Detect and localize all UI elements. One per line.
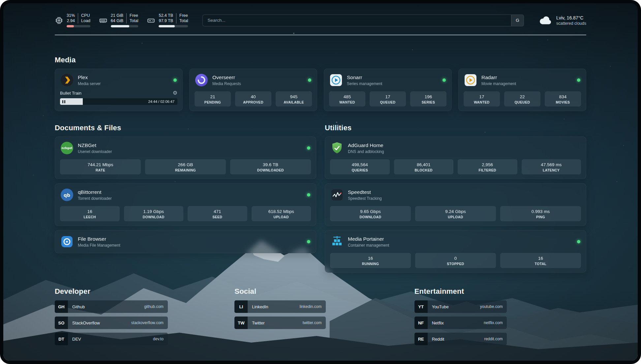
app-title: Plex	[78, 75, 169, 80]
memory-free-label: Free	[130, 13, 138, 18]
stat-label: STOPPED	[416, 262, 495, 266]
snow-speckles	[3, 3, 4, 4]
bookmark-linkedin[interactable]: LI LinkedIn linkedin.com	[234, 300, 326, 313]
stat-label: LEECH	[61, 215, 118, 219]
portainer-card[interactable]: Media Portainer Container management 16 …	[325, 230, 586, 273]
stat-value: 22	[505, 94, 539, 100]
stat-value: 945	[277, 94, 311, 100]
stat-label: BLOCKED	[395, 168, 452, 172]
weather-location: Lviv, 16.87°C	[556, 15, 586, 20]
stat-label: RATE	[61, 168, 139, 172]
stat-queries: 498,564 QUERIES	[330, 159, 390, 174]
stat-value: 266 GB	[146, 162, 225, 167]
bookmark-reddit[interactable]: RE Reddit reddit.com	[414, 333, 507, 345]
stat-total: 16 TOTAL	[500, 253, 581, 268]
app-subtitle: Torrent downloader	[78, 196, 303, 201]
bookmark-dev[interactable]: DT DEV dev.to	[55, 333, 168, 345]
stat-upload: 618.52 Mbps UPLOAD	[252, 206, 311, 221]
bookmark-domain: github.com	[144, 304, 168, 309]
section-heading-developer: Developer	[55, 287, 227, 296]
bookmark-name: LinkedIn	[248, 304, 268, 309]
playback-progress-bar[interactable]: 24:44 / 02:06:47	[60, 98, 177, 105]
speedtest-icon	[330, 188, 344, 202]
search-bar: G	[202, 15, 524, 26]
stat-approved: 40 APPROVED	[235, 91, 271, 106]
bookmark-stackoverflow[interactable]: SO StackOverflow stackoverflow.com	[55, 317, 168, 329]
stat-value: 744.21 Mbps	[61, 162, 139, 167]
stat-value: 40	[236, 94, 270, 100]
search-input[interactable]	[203, 18, 511, 23]
speedtest-card[interactable]: Speedtest Speedtest Tracking 9.65 Gbps D…	[325, 183, 586, 226]
bookmark-name: YouTube	[428, 304, 449, 309]
stat-movies: 834 MOVIES	[545, 91, 581, 106]
disk-total-label: Total	[179, 18, 188, 24]
cpu-progress-track	[67, 25, 90, 27]
stat-downloaded: 39.6 TB DOWNLOADED	[230, 159, 311, 174]
stat-label: REMAINING	[146, 168, 225, 172]
stat-label: DOWNLOADED	[231, 168, 310, 172]
nzbget-card[interactable]: nzbget NZBGet Usenet downloader 744.21 M…	[55, 136, 316, 179]
filebrowser-card[interactable]: File Browser Media File Management	[55, 230, 316, 253]
stat-label: MOVIES	[546, 100, 580, 104]
plex-card[interactable]: Plex Media server Bullet Train ⚙ 24:44 /…	[55, 69, 183, 111]
sonarr-icon	[329, 73, 343, 87]
app-title: Overseerr	[212, 75, 304, 80]
bookmark-name: Github	[68, 304, 85, 309]
stat-value: 9.65 Gbps	[331, 209, 410, 214]
cpu-load-label: Load	[81, 18, 90, 24]
section-media: Media Plex Media server	[55, 56, 586, 111]
app-title: Media Portainer	[348, 236, 573, 242]
stat-label: SERIES	[412, 100, 445, 104]
stat-value: 485	[330, 94, 364, 100]
cpu-load-value: 2.94	[67, 18, 75, 24]
memory-progress-fill	[111, 25, 129, 27]
qbittorrent-card[interactable]: qb qBittorrent Torrent downloader 16	[55, 183, 316, 226]
stat-value: 618.52 Mbps	[253, 209, 310, 214]
app-subtitle: Series management	[347, 81, 439, 86]
overseerr-card[interactable]: Overseerr Media Requests 21 PENDING 40 A…	[189, 69, 317, 111]
radarr-card[interactable]: Radarr Movie management 17 WANTED 22 QUE…	[458, 69, 586, 111]
stat-label: QUEUED	[505, 100, 539, 104]
bookmark-github[interactable]: GH Github github.com	[55, 300, 168, 313]
memory-total-label: Total	[130, 18, 138, 24]
bookmark-youtube[interactable]: YT YouTube youtube.com	[414, 300, 507, 313]
settings-gear-icon[interactable]: ⚙	[173, 90, 177, 96]
stat-label: RUNNING	[331, 262, 410, 266]
bookmark-name: Twitter	[248, 320, 264, 325]
bookmark-abbr: NF	[414, 317, 428, 329]
stat-running: 16 RUNNING	[330, 253, 411, 268]
bookmark-abbr: RE	[414, 333, 428, 345]
adguard-card[interactable]: AdGuard Home DNS and adblocking 498,564 …	[325, 136, 586, 179]
stat-value: 0.993 ms	[502, 209, 580, 214]
cpu-icon	[55, 16, 63, 25]
bookmark-abbr: SO	[55, 317, 68, 329]
stat-label: WANTED	[465, 100, 499, 104]
now-playing-title: Bullet Train	[60, 91, 173, 96]
weather-widget: Lviv, 16.87°C scattered clouds	[538, 15, 586, 26]
search-provider-button[interactable]: G	[511, 15, 524, 26]
bookmark-netflix[interactable]: NF Netflix netflix.com	[414, 317, 507, 329]
stat-value: 17	[371, 94, 405, 100]
topbar-divider	[55, 35, 586, 35]
stat-value: 86,401	[395, 162, 452, 167]
bookmark-twitter[interactable]: TW Twitter twitter.com	[234, 317, 326, 329]
stat-stopped: 0 STOPPED	[415, 253, 496, 268]
app-title: Speedtest	[348, 189, 581, 195]
status-online-dot	[307, 193, 310, 197]
stat-label: LATENCY	[523, 168, 580, 172]
app-subtitle: Media Requests	[212, 81, 304, 86]
stat-label: QUEUED	[371, 100, 405, 104]
sonarr-card[interactable]: Sonarr Series management 485 WANTED 17 Q…	[324, 69, 452, 111]
stat-label: APPROVED	[236, 100, 270, 104]
pause-icon[interactable]	[62, 100, 65, 103]
stat-available: 945 AVAILABLE	[276, 91, 312, 106]
stat-download: 1.19 Gbps DOWNLOAD	[124, 206, 184, 221]
stat-ping: 0.993 ms PING	[500, 206, 581, 221]
bookmark-domain: netflix.com	[484, 320, 507, 325]
app-subtitle: Movie management	[481, 81, 573, 86]
app-subtitle: Speedtest Tracking	[348, 196, 581, 201]
memory-stat-widget: 21 GiB 64 GiB Free Total	[99, 13, 138, 27]
stat-label: AVAILABLE	[277, 100, 311, 104]
status-online-dot	[577, 78, 580, 82]
stat-seed: 471 SEED	[188, 206, 247, 221]
